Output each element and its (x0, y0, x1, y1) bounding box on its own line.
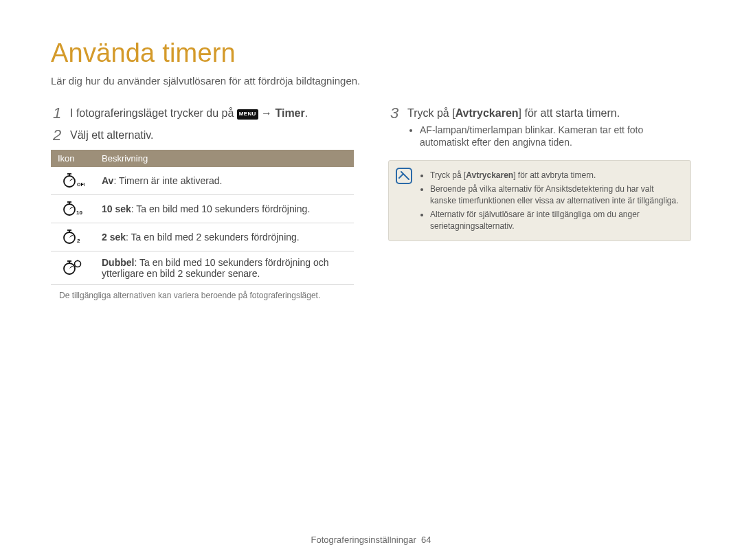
left-column: 1 I fotograferingsläget trycker du på ME… (51, 102, 354, 302)
step-3: 3 Tryck på [Avtryckaren] för att starta … (388, 106, 691, 150)
step-2: 2 Välj ett alternativ. (51, 128, 354, 143)
step-text: Tryck på [Avtryckaren] för att starta ti… (407, 106, 691, 150)
note-prefix: Tryck på [ (430, 170, 466, 180)
table-row: Av: Timern är inte aktiverad. (51, 167, 354, 195)
option-name: Av (102, 175, 113, 186)
option-description: 2 sek: Ta en bild med 2 sekunders fördrö… (95, 223, 354, 251)
note-item: Tryck på [Avtryckaren] för att avbryta t… (430, 170, 681, 181)
bullet-item: AF-lampan/timerlampan blinkar. Kameran t… (420, 124, 691, 150)
step-number: 1 (51, 106, 63, 121)
step-text: I fotograferingsläget trycker du på MENU… (70, 106, 354, 121)
step-1: 1 I fotograferingsläget trycker du på ME… (51, 106, 354, 121)
right-column: 3 Tryck på [Avtryckaren] för att starta … (388, 102, 691, 302)
step-text-suffix: ] för att starta timern. (519, 107, 620, 119)
th-description: Beskrivning (95, 150, 354, 167)
table-footnote: De tillgängliga alternativen kan variera… (59, 291, 354, 302)
note-item: Beroende på vilka alternativ för Ansikts… (430, 183, 681, 207)
note-item: Alternativ för självutlösare är inte til… (430, 209, 681, 232)
option-description: 10 sek: Ta en bild med 10 sekunders förd… (95, 195, 354, 223)
option-rest: : Ta en bild med 2 sekunders fördröjning… (126, 232, 300, 243)
two-column-layout: 1 I fotograferingsläget trycker du på ME… (51, 102, 691, 302)
step-text: Välj ett alternativ. (70, 128, 354, 143)
page-title: Använda timern (51, 38, 691, 68)
timer-2sec-icon (51, 223, 95, 251)
page-intro: Lär dig hur du använder självutlösaren f… (51, 75, 691, 87)
option-rest: : Timern är inte aktiverad. (113, 175, 222, 186)
step-text-suffix: . (305, 107, 308, 119)
option-rest: : Ta en bild med 10 sekunders fördröjnin… (131, 203, 310, 214)
note-icon (396, 168, 412, 186)
option-rest: : Ta en bild med 10 sekunders fördröjnin… (102, 257, 328, 279)
step-text-bold: Avtryckaren (456, 107, 519, 119)
table-row: Dubbel: Ta en bild med 10 sekunders förd… (51, 251, 354, 285)
note-box: Tryck på [Avtryckaren] för att avbryta t… (388, 160, 691, 241)
manual-page: Använda timern Lär dig hur du använder s… (0, 0, 742, 560)
step-text-prefix: I fotograferingsläget trycker du på (70, 107, 237, 119)
table-row: 2 sek: Ta en bild med 2 sekunders fördrö… (51, 223, 354, 251)
step-text-prefix: Tryck på [ (407, 107, 456, 119)
option-name: 10 sek (102, 203, 131, 214)
step-number: 2 (51, 128, 63, 143)
step-number: 3 (388, 106, 401, 121)
footer-page-number: 64 (421, 535, 431, 545)
page-footer: Fotograferingsinställningar 64 (0, 535, 742, 545)
timer-off-icon (51, 167, 95, 195)
table-header-row: Ikon Beskrivning (51, 150, 354, 167)
timer-double-icon (51, 251, 95, 285)
option-name: 2 sek (102, 232, 126, 243)
table-row: 10 sek: Ta en bild med 10 sekunders förd… (51, 195, 354, 223)
note-bold: Avtryckaren (466, 170, 513, 180)
step-text-bold: Timer (275, 107, 304, 119)
timer-10sec-icon (51, 195, 95, 223)
option-name: Dubbel (102, 257, 134, 268)
footer-section: Fotograferingsinställningar (311, 535, 416, 545)
note-suffix: ] för att avbryta timern. (513, 170, 596, 180)
note-list: Tryck på [Avtryckaren] för att avbryta t… (419, 170, 681, 232)
step-bullets: AF-lampan/timerlampan blinkar. Kameran t… (407, 124, 691, 150)
option-description: Dubbel: Ta en bild med 10 sekunders förd… (95, 251, 354, 285)
options-table: Ikon Beskrivning Av: Timern är inte akti… (51, 150, 354, 285)
th-icon: Ikon (51, 150, 95, 167)
option-description: Av: Timern är inte aktiverad. (95, 167, 354, 195)
menu-icon: MENU (237, 109, 258, 120)
step-text-arrow: → (258, 107, 276, 119)
